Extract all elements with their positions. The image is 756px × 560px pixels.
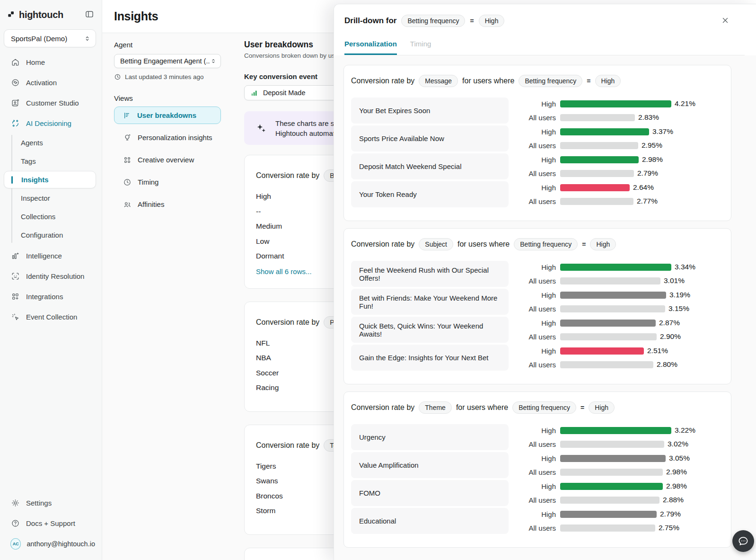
dimension-pill[interactable]: Subject [419, 238, 453, 250]
high-bar-line: High 2.51% [510, 347, 722, 355]
all-users-bar-line: All users 2.83% [510, 113, 722, 122]
collapse-sidebar-button[interactable] [85, 9, 94, 20]
sidebar-item-inspector[interactable]: Inspector [0, 189, 102, 207]
intelligence-icon [11, 251, 20, 260]
drilldown-card: Conversion rate by Message for users whe… [343, 65, 731, 221]
drilldown-row-label: Educational [351, 508, 509, 534]
all-users-value: 2.77% [637, 197, 658, 205]
drilldown-body: Conversion rate by Message for users whe… [334, 55, 756, 560]
drilldown-card-header: Conversion rate by Theme for users where… [351, 401, 722, 414]
card-title: Conversion rate by [256, 318, 319, 327]
series-label: All users [510, 440, 556, 448]
card-title: Conversion rate by [256, 441, 319, 450]
agent-selector[interactable]: Betting Engagement Agent (... [114, 54, 221, 68]
dimension-pill[interactable]: Theme [419, 401, 452, 414]
high-bar-line: High 2.98% [510, 482, 722, 490]
all-users-bar [560, 361, 653, 368]
series-label: All users [510, 142, 556, 150]
all-users-value: 2.75% [659, 524, 679, 532]
sidebar-item-ai-decisioning[interactable]: AI Decisioning [0, 113, 102, 133]
filters-column: Agent Betting Engagement Agent (... Last… [114, 41, 221, 218]
value-pill[interactable]: High [589, 401, 615, 414]
high-bar-line: High 2.87% [510, 319, 722, 327]
drilldown-row: Quick Bets, Quick Wins: Your Weekend Awa… [351, 317, 722, 343]
filter-pill[interactable]: Betting frequency [512, 401, 576, 414]
sidebar-item-home[interactable]: Home [0, 52, 102, 72]
drilldown-row: Bet with Friends: Make Your Weekend More… [351, 289, 722, 315]
series-label: High [510, 427, 556, 435]
close-icon [721, 16, 730, 25]
agent-value: Betting Engagement Agent (... [120, 57, 210, 65]
series-label: All users [510, 333, 556, 341]
sidebar-nav-top: HomeActivationCustomer StudioAI Decision… [0, 52, 102, 133]
avatar: AC [10, 538, 21, 550]
all-users-bar [560, 333, 657, 340]
all-users-bar [560, 198, 633, 205]
sidebar-item-docs-support[interactable]: Docs + Support [0, 513, 102, 533]
sidebar-item-customer-studio[interactable]: Customer Studio [0, 93, 102, 113]
user-account[interactable]: AC anthony@hightouch.io [0, 533, 102, 554]
all-users-bar-line: All users 3.15% [510, 304, 722, 313]
sidebar-item-identity-resolution[interactable]: Identity Resolution [0, 266, 102, 286]
drilldown-row: Deposit Match Weekend Special High 2.98%… [351, 153, 722, 179]
sidebar-item-collections[interactable]: Collections [0, 207, 102, 226]
filter-pill[interactable]: Betting frequency [519, 75, 582, 87]
filter-pill[interactable]: Betting frequency [514, 238, 578, 250]
high-bar-line: High 3.37% [510, 127, 722, 136]
view-item-user-breakdowns[interactable]: User breakdowns [114, 107, 221, 124]
drilldown-title: Drill-down for [344, 16, 396, 26]
tab-timing[interactable]: Timing [410, 40, 431, 55]
view-item-affinities[interactable]: Affinities [114, 196, 221, 213]
sidebar-item-activation[interactable]: Activation [0, 72, 102, 93]
all-users-value: 2.98% [666, 468, 687, 476]
drilldown-filter-pill[interactable]: Betting frequency [401, 15, 465, 27]
high-bar-line: High 4.21% [510, 99, 722, 108]
high-bar [560, 320, 656, 327]
drilldown-row-label: Deposit Match Weekend Special [351, 153, 509, 179]
tab-personalization[interactable]: Personalization [344, 40, 397, 55]
value-pill[interactable]: High [590, 238, 616, 250]
high-bar [560, 128, 649, 135]
sidebar-subnav: AgentsTagsInsightsInspectorCollectionsCo… [0, 133, 102, 244]
drilldown-card: Conversion rate by Subject for users whe… [343, 228, 731, 384]
show-all-rows-link[interactable]: Show all 6 rows... [256, 267, 312, 276]
series-label: All users [510, 169, 556, 178]
dimension-pill[interactable]: Message [419, 75, 458, 87]
view-item-personalization-insights[interactable]: Personalization insights [114, 129, 221, 146]
integrations-icon [11, 292, 20, 301]
chart-bars-icon [250, 89, 258, 97]
high-value: 3.19% [669, 291, 690, 299]
high-bar [560, 483, 663, 490]
high-bar [560, 511, 657, 518]
sidebar-item-tags[interactable]: Tags [0, 152, 102, 170]
ai-decisioning-icon [11, 119, 20, 128]
all-users-bar [560, 277, 660, 284]
view-item-timing[interactable]: Timing [114, 173, 221, 191]
drilldown-row: Sports Price Available Now High 3.37% Al… [351, 125, 722, 151]
user-email: anthony@hightouch.io [26, 540, 95, 548]
close-button[interactable] [721, 16, 730, 26]
sidebar-item-event-collection[interactable]: Event Collection [0, 307, 102, 327]
series-label: High [510, 128, 556, 136]
all-users-value: 3.15% [668, 304, 689, 313]
high-bar-line: High 2.98% [510, 155, 722, 164]
chat-button[interactable] [732, 530, 754, 552]
workspace-name: SportsPal (Demo) [11, 35, 67, 43]
all-users-value: 2.83% [638, 113, 659, 122]
sidebar-item-intelligence[interactable]: Intelligence [0, 246, 102, 266]
sidebar-item-settings[interactable]: Settings [0, 493, 102, 513]
drilldown-value-pill[interactable]: High [479, 15, 505, 27]
agent-label: Agent [114, 41, 221, 49]
chevron-updown-icon [84, 35, 91, 42]
sidebar-item-insights[interactable]: Insights [4, 171, 96, 188]
workspace-selector[interactable]: SportsPal (Demo) [4, 29, 96, 47]
all-users-bar [560, 114, 635, 121]
all-users-bar-line: All users 2.75% [510, 524, 722, 532]
sidebar: hightouch SportsPal (Demo) HomeActivatio… [0, 0, 102, 560]
sidebar-item-integrations[interactable]: Integrations [0, 286, 102, 307]
value-pill[interactable]: High [595, 75, 621, 87]
view-item-creative-overview[interactable]: Creative overview [114, 151, 221, 169]
all-users-bar-line: All users 2.88% [510, 496, 722, 504]
sidebar-item-agents[interactable]: Agents [0, 133, 102, 152]
sidebar-item-configuration[interactable]: Configuration [0, 226, 102, 244]
